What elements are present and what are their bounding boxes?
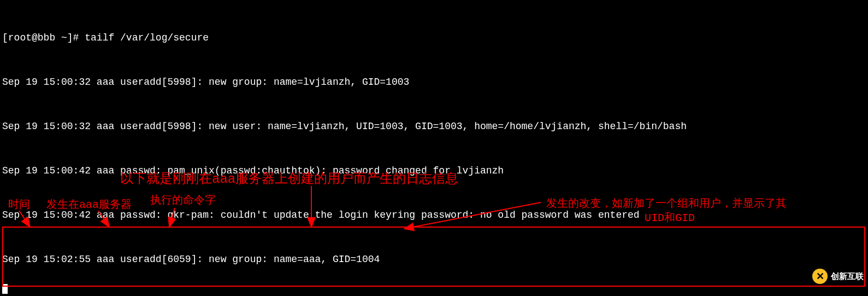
log-line: Sep 19 15:00:32 aaa useradd[5998]: new u… <box>2 119 866 134</box>
log-line: Sep 19 15:00:42 aaa passwd: pam_unix(pas… <box>2 164 866 178</box>
logo-text: 创新互联 <box>831 270 864 283</box>
logo-mark-icon: ✕ <box>812 269 828 284</box>
command-prompt-line: [root@bbb ~]# tailf /var/log/secure <box>2 31 866 45</box>
watermark-logo: ✕ 创新互联 <box>812 269 864 284</box>
log-line: Sep 19 15:00:32 aaa useradd[5998]: new g… <box>2 75 866 90</box>
terminal-output: [root@bbb ~]# tailf /var/log/secure Sep … <box>0 0 868 296</box>
log-line: Sep 19 15:00:42 aaa passwd: gkr-pam: cou… <box>2 208 866 223</box>
log-line: Sep 19 15:02:55 aaa useradd[6059]: new g… <box>2 252 866 267</box>
